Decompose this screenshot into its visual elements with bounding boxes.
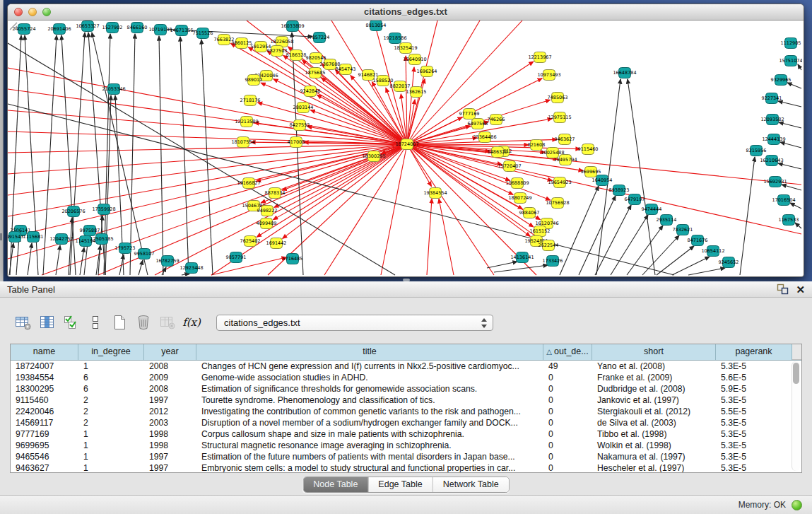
column-header-in_degree[interactable]: in_degree xyxy=(78,344,144,360)
delete-column-button[interactable] xyxy=(131,311,155,334)
graph-edge[interactable] xyxy=(657,246,694,275)
table-cell[interactable]: 1998 xyxy=(144,440,196,451)
graph-edge[interactable] xyxy=(407,21,437,144)
table-row[interactable]: 977716911998Corpus callosum shape and si… xyxy=(11,428,801,440)
table-cell[interactable]: 0 xyxy=(543,395,592,406)
memory-status-icon[interactable] xyxy=(792,500,802,510)
graph-edge[interactable] xyxy=(688,268,725,275)
tab-network-table[interactable]: Network Table xyxy=(433,477,509,492)
network-graph-canvas[interactable]: 2405572420691406106533271527902846616010… xyxy=(8,21,802,276)
table-cell[interactable]: 1997 xyxy=(144,395,196,406)
table-row[interactable]: 946554611997Estimation of the future num… xyxy=(11,451,801,462)
float-panel-icon[interactable] xyxy=(776,284,789,295)
graph-edge[interactable] xyxy=(782,185,801,190)
graph-edge[interactable] xyxy=(273,144,407,220)
table-selector-combobox[interactable]: citations_edges.txt xyxy=(216,315,493,331)
graph-edge[interactable] xyxy=(778,101,801,107)
table-panel-titlebar[interactable]: Table Panel ✕ xyxy=(0,281,812,298)
table-cell[interactable]: 1997 xyxy=(144,462,196,473)
close-window-icon[interactable] xyxy=(14,8,23,16)
table-cell[interactable]: Structural magnetic resonance image aver… xyxy=(196,440,543,451)
graph-edge[interactable] xyxy=(139,260,143,275)
table-cell[interactable]: 1998 xyxy=(144,428,196,440)
table-cell[interactable]: 9699695 xyxy=(11,440,78,451)
table-cell[interactable]: 2008 xyxy=(144,383,196,395)
table-cell[interactable]: Stergiakouli et al. (2012) xyxy=(592,406,716,417)
table-cell[interactable]: 1 xyxy=(78,361,144,372)
table-cell[interactable]: Wolkin et al. (1998) xyxy=(592,440,716,451)
column-header-title[interactable]: title xyxy=(196,344,543,360)
graph-edge[interactable] xyxy=(155,144,407,275)
table-cell[interactable]: 0 xyxy=(543,440,592,451)
window-titlebar[interactable]: citations_edges.txt xyxy=(8,4,804,21)
table-cell[interactable]: 14569117 xyxy=(11,417,78,428)
new-column-button[interactable] xyxy=(107,311,131,334)
graph-edge[interactable] xyxy=(795,223,801,228)
table-cell[interactable]: 2009 xyxy=(144,372,196,383)
function-builder-button[interactable]: f(x) xyxy=(180,311,204,334)
table-row[interactable]: 911546021997Tourette syndrome. Phenomeno… xyxy=(11,395,801,406)
graph-edge[interactable] xyxy=(130,34,135,275)
minimize-window-icon[interactable] xyxy=(28,8,37,16)
graph-edge[interactable] xyxy=(427,199,432,275)
table-cell[interactable]: 9115460 xyxy=(11,395,78,406)
table-cell[interactable]: 6 xyxy=(78,383,144,395)
graph-edge[interactable] xyxy=(201,40,213,275)
resize-grip-icon[interactable] xyxy=(8,21,18,30)
table-cell[interactable]: 0 xyxy=(543,383,592,395)
graph-edge[interactable] xyxy=(180,37,189,275)
table-cell[interactable]: 5.5E-5 xyxy=(716,406,792,417)
left-panel-collapsed-strip[interactable] xyxy=(0,0,4,281)
table-cell[interactable]: 2 xyxy=(78,406,144,417)
graph-edge[interactable] xyxy=(381,144,407,275)
table-cell[interactable]: 2008 xyxy=(144,361,196,372)
table-cell[interactable]: Tourette syndrome. Phenomenology and cla… xyxy=(196,395,543,406)
splitter-handle[interactable] xyxy=(403,279,410,281)
table-cell[interactable]: Estimation of the future numbers of pati… xyxy=(196,451,543,462)
table-cell[interactable]: 18300295 xyxy=(11,383,78,395)
table-cell[interactable]: 5.3E-5 xyxy=(716,361,792,372)
column-header-short[interactable]: short xyxy=(592,344,716,360)
table-cell[interactable]: 9777169 xyxy=(11,428,78,440)
table-cell[interactable]: 0 xyxy=(543,417,592,428)
node-table[interactable]: namein_degreeyeartitle△out_de...shortpag… xyxy=(10,344,802,473)
table-cell[interactable]: 2 xyxy=(78,417,144,428)
table-cell[interactable]: 1 xyxy=(78,462,144,473)
table-cell[interactable]: 5.3E-5 xyxy=(716,440,792,451)
select-all-button[interactable] xyxy=(59,311,83,334)
graph-edge[interactable] xyxy=(740,157,755,275)
table-row[interactable]: 2242004622012Investigating the contribut… xyxy=(11,406,801,417)
graph-edge[interactable] xyxy=(439,199,454,275)
table-cell[interactable]: 0 xyxy=(543,428,592,440)
table-cell[interactable]: 0 xyxy=(543,406,592,417)
table-cell[interactable]: 18724007 xyxy=(11,361,78,372)
table-cell[interactable]: 5.6E-5 xyxy=(716,372,792,383)
graph-edge[interactable] xyxy=(778,163,801,169)
table-cell[interactable]: 1 xyxy=(78,451,144,462)
table-row[interactable]: 1938455462009Genome-wide association stu… xyxy=(11,372,801,383)
table-row[interactable]: 1872400712008Changes of HCN gene express… xyxy=(11,361,801,372)
table-cell[interactable]: 2012 xyxy=(144,406,196,417)
table-cell[interactable]: Franke et al. (2009) xyxy=(592,372,716,383)
table-cell[interactable]: 0 xyxy=(543,372,592,383)
graph-edge[interactable] xyxy=(790,203,801,209)
table-row[interactable]: 1456911722003Disruption of a novel membe… xyxy=(11,417,801,428)
delete-table-button[interactable] xyxy=(155,311,180,334)
column-header-pagerank[interactable]: pagerank xyxy=(716,344,792,360)
table-cell[interactable]: 19384554 xyxy=(11,372,78,383)
table-cell[interactable]: Changes of HCN gene expression and I(f) … xyxy=(196,361,543,372)
table-cell[interactable]: Genome-wide association studies in ADHD. xyxy=(196,372,543,383)
graph-edge[interactable] xyxy=(642,235,679,275)
table-scrollbar[interactable] xyxy=(792,361,800,471)
table-mode-button[interactable] xyxy=(11,311,35,334)
deselect-rows-button[interactable] xyxy=(83,311,107,334)
graph-edge[interactable] xyxy=(56,245,60,275)
graph-edge[interactable] xyxy=(211,257,286,275)
table-cell[interactable]: Jankovic et al. (1997) xyxy=(592,395,716,406)
table-row[interactable]: 1830029562008Estimation of significance … xyxy=(11,383,801,395)
table-row[interactable]: 946362711997Embryonic stem cells: a mode… xyxy=(11,462,801,473)
table-cell[interactable]: Yano et al. (2008) xyxy=(592,361,716,372)
graph-edge[interactable] xyxy=(494,265,548,272)
table-cell[interactable]: 5.3E-5 xyxy=(716,395,792,406)
column-header-name[interactable]: name xyxy=(11,344,78,360)
